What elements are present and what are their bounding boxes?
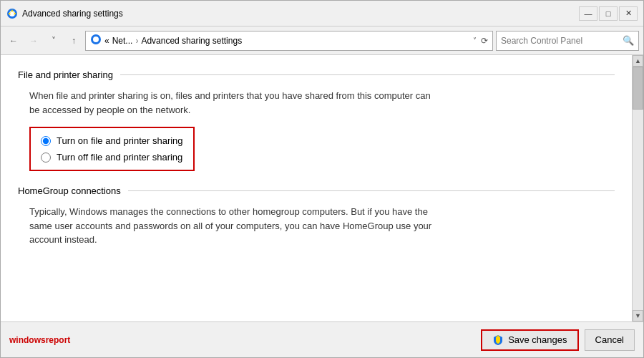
nav-bar: ← → ˅ ↑ « Net... › Advanced sharing sett…	[1, 26, 643, 55]
section1-title: File and printer sharing	[18, 69, 113, 80]
close-button[interactable]: ✕	[619, 6, 638, 21]
scrollbar-down-arrow[interactable]: ▼	[633, 310, 643, 321]
radio-on-text: Turn on file and printer sharing	[57, 135, 183, 146]
brand-logo: windowsreport	[9, 335, 481, 345]
footer-buttons: Save changes Cancel	[481, 329, 635, 351]
shield-icon	[492, 334, 504, 346]
section1-line	[120, 74, 615, 75]
file-sharing-radio-group: Turn on file and printer sharing Turn of…	[29, 127, 195, 171]
up-button[interactable]: ↑	[65, 32, 82, 49]
back-button[interactable]: ←	[5, 32, 22, 49]
network-icon	[90, 34, 102, 47]
title-controls: — □ ✕	[579, 6, 638, 21]
maximize-button[interactable]: □	[599, 6, 618, 21]
breadcrumb-current: Advanced sharing settings	[141, 36, 242, 46]
section2-line	[128, 190, 615, 191]
scrollbar: ▲ ▼	[632, 55, 643, 321]
section1-header: File and printer sharing	[18, 69, 615, 80]
breadcrumb-separator: ›	[135, 36, 138, 46]
cancel-button[interactable]: Cancel	[585, 329, 635, 351]
window-icon	[6, 8, 18, 19]
scrollbar-track[interactable]	[633, 67, 643, 310]
radio-off-input[interactable]	[41, 153, 51, 163]
breadcrumb: « Net... › Advanced sharing settings	[104, 36, 469, 46]
refresh-button[interactable]: ⟳	[481, 36, 488, 46]
save-label: Save changes	[508, 334, 567, 345]
svg-point-1	[9, 11, 15, 16]
radio-on-label[interactable]: Turn on file and printer sharing	[41, 135, 183, 146]
address-bar: « Net... › Advanced sharing settings ˅ ⟳	[85, 31, 493, 51]
content-main: File and printer sharing When file and p…	[1, 55, 632, 321]
svg-point-3	[93, 37, 99, 42]
radio-off-label[interactable]: Turn off file and printer sharing	[41, 152, 183, 163]
search-box: 🔍	[496, 31, 639, 51]
brand-report: report	[46, 335, 71, 345]
breadcrumb-net[interactable]: Net...	[112, 36, 133, 46]
radio-on-input[interactable]	[41, 136, 51, 146]
footer: windowsreport Save changes Cancel	[1, 321, 643, 357]
main-window: Advanced sharing settings — □ ✕ ← → ˅ ↑ …	[0, 0, 644, 358]
content-area: File and printer sharing When file and p…	[1, 55, 643, 321]
search-icon: 🔍	[623, 35, 634, 46]
section2-header: HomeGroup connections	[18, 185, 615, 196]
dropdown-button[interactable]: ˅	[45, 32, 62, 49]
section2-title: HomeGroup connections	[18, 185, 121, 196]
scrollbar-thumb[interactable]	[633, 67, 643, 110]
save-changes-button[interactable]: Save changes	[481, 329, 578, 351]
brand-windows: windows	[9, 335, 46, 345]
breadcrumb-prefix: «	[104, 36, 109, 46]
title-bar: Advanced sharing settings — □ ✕	[1, 1, 643, 26]
window-title: Advanced sharing settings	[22, 9, 579, 19]
scrollbar-up-arrow[interactable]: ▲	[633, 55, 643, 67]
search-input[interactable]	[501, 36, 620, 46]
address-dropdown-button[interactable]: ˅	[472, 35, 478, 46]
minimize-button[interactable]: —	[579, 6, 597, 21]
section2-description: Typically, Windows manages the connectio…	[29, 205, 615, 247]
section1-description: When file and printer sharing is on, fil…	[29, 89, 615, 117]
forward-button[interactable]: →	[25, 32, 42, 49]
radio-off-text: Turn off file and printer sharing	[57, 152, 182, 163]
